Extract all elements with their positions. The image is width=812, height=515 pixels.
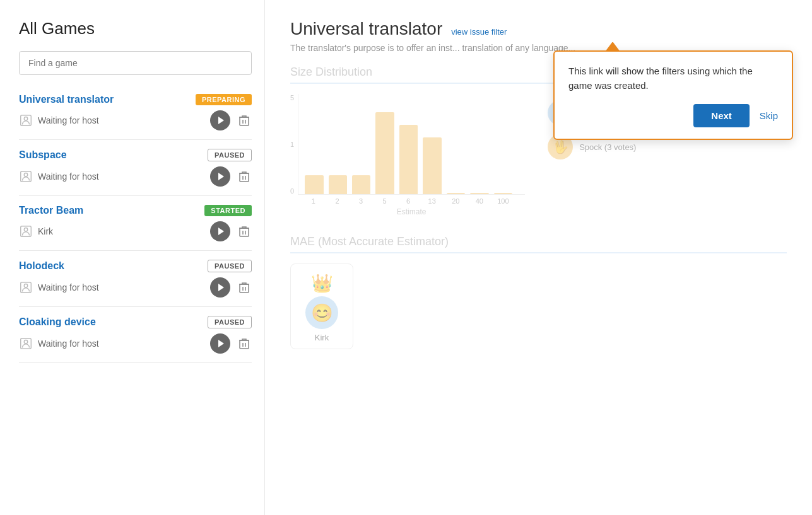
bar-label-1: 1: [304, 197, 323, 205]
svg-rect-3: [240, 117, 249, 125]
user-icon: [19, 224, 33, 238]
tooltip-arrow: [605, 42, 620, 52]
game-card-subspace: Subspace PAUSED Waiting for host: [19, 140, 252, 196]
game-name-universal-translator[interactable]: Universal translator: [19, 94, 114, 105]
host-label-subspace: Waiting for host: [38, 171, 99, 182]
play-button-cloaking-device[interactable]: [210, 333, 230, 354]
bar-label-6: 6: [399, 197, 418, 205]
x-axis-label: Estimate: [298, 207, 525, 216]
game-list: Universal translator PREPARING Waiting f…: [19, 85, 252, 363]
game-name-cloaking-device[interactable]: Cloaking device: [19, 316, 96, 328]
bar-100: [494, 193, 512, 194]
play-button-holodeck[interactable]: [210, 277, 230, 298]
host-label-tractor-beam: Kirk: [38, 226, 53, 236]
page-title: All Games: [19, 19, 252, 38]
svg-rect-31: [240, 340, 249, 349]
user-icon: [19, 281, 33, 294]
game-card-holodeck: Holodeck PAUSED Waiting for host: [19, 251, 252, 307]
play-icon: [217, 227, 225, 236]
game-actions-universal-translator: [210, 110, 252, 130]
svg-rect-17: [240, 228, 249, 236]
y-label-0: 0: [290, 187, 294, 195]
svg-marker-16: [218, 228, 224, 235]
svg-point-15: [24, 228, 28, 232]
svg-point-8: [24, 173, 28, 177]
game-header: Universal translator view issue filter: [290, 19, 787, 39]
bar-40: [470, 193, 488, 194]
play-icon: [217, 283, 225, 292]
game-name-holodeck[interactable]: Holodeck: [19, 260, 64, 272]
bar-label-13: 13: [423, 197, 442, 205]
bars-area: [298, 94, 525, 195]
delete-button-tractor-beam[interactable]: [237, 223, 252, 240]
game-host-universal-translator: Waiting for host: [19, 113, 99, 127]
svg-point-1: [24, 117, 28, 121]
view-filter-link[interactable]: view issue filter: [451, 27, 507, 37]
bar-13: [423, 137, 441, 194]
play-icon: [217, 116, 225, 125]
bar-3: [352, 175, 370, 194]
y-label-5: 5: [290, 94, 294, 101]
mae-avatar: 😊: [305, 296, 338, 329]
badge-subspace: PAUSED: [208, 149, 252, 161]
host-label-universal-translator: Waiting for host: [38, 115, 99, 125]
mae-title-suffix: (Most Accurate Estimator): [315, 235, 449, 248]
skip-button[interactable]: Skip: [760, 110, 778, 121]
mae-winner-name: Kirk: [315, 333, 329, 342]
trash-icon: [239, 171, 249, 182]
game-actions-cloaking-device: [210, 333, 252, 354]
host-label-holodeck: Waiting for host: [38, 282, 99, 292]
delete-button-holodeck[interactable]: [237, 279, 252, 296]
delete-button-subspace[interactable]: [237, 168, 252, 185]
game-title: Universal translator: [290, 19, 442, 39]
tooltip-arrow-inner: [606, 33, 619, 42]
mae-card: 👑 😊 Kirk: [290, 263, 353, 349]
badge-tractor-beam: STARTED: [204, 205, 252, 216]
user-icon: [19, 337, 33, 350]
mae-title-main: MAE: [290, 235, 315, 248]
badge-cloaking-device: PAUSED: [208, 316, 252, 328]
game-name-tractor-beam[interactable]: Tractor Beam: [19, 205, 83, 216]
bar-2: [329, 175, 347, 194]
game-card-universal-translator: Universal translator PREPARING Waiting f…: [19, 85, 252, 140]
play-icon: [217, 172, 225, 181]
delete-button-universal-translator[interactable]: [237, 112, 252, 129]
crown-icon: 👑: [311, 273, 333, 294]
bar-labels: 12356132040100: [298, 195, 525, 205]
game-card-cloaking-device: Cloaking device PAUSED Waiting for host: [19, 307, 252, 363]
svg-point-22: [24, 284, 28, 288]
tooltip-text: This link will show the filters using wh…: [568, 64, 778, 93]
trash-icon: [239, 338, 249, 349]
tooltip-overlay: This link will show the filters using wh…: [553, 50, 793, 140]
badge-universal-translator: PREPARING: [196, 94, 252, 105]
bar-1: [305, 175, 323, 194]
delete-button-cloaking-device[interactable]: [237, 335, 252, 352]
trash-icon: [239, 115, 249, 126]
trash-icon: [239, 282, 249, 293]
next-button[interactable]: Next: [693, 104, 750, 127]
bar-label-100: 100: [494, 197, 513, 205]
svg-marker-9: [218, 173, 224, 180]
play-button-subspace[interactable]: [210, 166, 230, 187]
svg-rect-24: [240, 284, 249, 292]
search-input[interactable]: [19, 51, 252, 75]
y-label-1: 1: [290, 141, 294, 148]
game-host-cloaking-device: Waiting for host: [19, 337, 99, 350]
game-name-subspace[interactable]: Subspace: [19, 149, 67, 161]
svg-marker-23: [218, 284, 224, 291]
voter-name: Spock (3 votes): [579, 142, 636, 152]
svg-marker-2: [218, 117, 224, 124]
chart-title-suffix: Distribution: [312, 66, 372, 78]
chart-title-main: Size: [290, 66, 312, 78]
user-icon: [19, 170, 33, 183]
play-button-universal-translator[interactable]: [210, 110, 230, 130]
bar-5: [375, 112, 394, 194]
bar-label-40: 40: [470, 197, 489, 205]
mae-title: MAE (Most Accurate Estimator): [290, 235, 787, 253]
game-host-tractor-beam: Kirk: [19, 224, 53, 238]
game-actions-subspace: [210, 166, 252, 187]
bar-label-20: 20: [447, 197, 466, 205]
play-button-tractor-beam[interactable]: [210, 221, 230, 241]
svg-rect-10: [240, 173, 249, 182]
game-actions-holodeck: [210, 277, 252, 298]
